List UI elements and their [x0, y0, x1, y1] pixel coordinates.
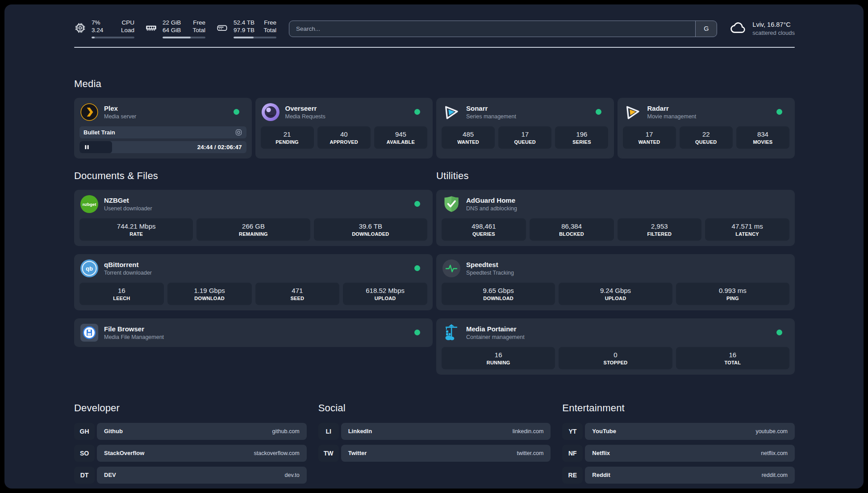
app-card-nzbget[interactable]: nzbgetNZBGetUsenet downloader744.21 Mbps… — [74, 190, 433, 246]
search-input[interactable] — [289, 21, 695, 37]
app-name: Overseerr — [285, 104, 326, 113]
bookmark-name: DEV — [104, 472, 116, 478]
playback-time: 24:44 / 02:06:47 — [197, 144, 246, 150]
bookmark-group-social: SocialLILinkedInlinkedin.comTWTwittertwi… — [318, 402, 551, 462]
stat-tile-value: 16 — [678, 351, 788, 359]
portainer-icon — [442, 324, 460, 342]
app-card-plex[interactable]: PlexMedia serverBullet Train24:44 / 02:0… — [74, 98, 252, 159]
app-card-header: qbqBittorrentTorrent downloader — [74, 254, 433, 283]
stat-tile-label: TOTAL — [678, 360, 788, 365]
stat-tile-value: 0 — [560, 351, 670, 359]
bookmark-link-reddit[interactable]: RERedditreddit.com — [562, 467, 795, 484]
stat-tile-label: PING — [678, 296, 788, 301]
app-card-qbittorrent[interactable]: qbqBittorrentTorrent downloader16LEECH1.… — [74, 254, 433, 310]
bookmark-name: Twitter — [348, 450, 367, 456]
cpu-icon — [74, 22, 86, 36]
app-stats-row: 498,461QUERIES86,384BLOCKED2,953FILTERED… — [436, 218, 795, 246]
system-stat-line: 3.24Load — [92, 26, 134, 34]
nzbget-icon: nzbget — [80, 195, 98, 213]
section-utilities: Utilities AdGuard HomeDNS and adblocking… — [436, 170, 795, 375]
stat-tile-ping: 0.993 msPING — [676, 283, 789, 305]
app-card-header: Media PortainerContainer management — [436, 318, 795, 347]
stat-label: Free — [264, 19, 276, 26]
bookmark-bar: Twittertwitter.com — [341, 445, 551, 462]
stat-tile-value: 744.21 Mbps — [81, 222, 191, 230]
bookmark-abbr-badge: GH — [74, 423, 95, 440]
app-card-portainer[interactable]: Media PortainerContainer management16RUN… — [436, 318, 795, 375]
stat-tile-label: DOWNLOAD — [443, 296, 553, 301]
bookmark-link-stackoverflow[interactable]: SOStackOverflowstackoverflow.com — [74, 445, 307, 462]
bookmark-group-entertainment: EntertainmentYTYouTubeyoutube.comNFNetfl… — [562, 402, 795, 484]
stat-value: 7% — [92, 19, 100, 26]
stat-progress-track — [163, 37, 205, 38]
svg-text:qb: qb — [86, 265, 93, 272]
header-divider — [74, 47, 795, 48]
bookmark-bar: StackOverflowstackoverflow.com — [97, 445, 307, 462]
system-stat-cpu: 7%CPU3.24Load — [74, 19, 134, 38]
stat-tile-label: QUEUED — [500, 139, 550, 145]
app-card-speedtest[interactable]: SpeedtestSpeedtest Tracking9.65 GbpsDOWN… — [436, 254, 795, 310]
status-dot-online — [776, 330, 782, 335]
bookmark-link-dev[interactable]: DTDEVdev.to — [74, 467, 307, 484]
stat-progress-track — [234, 37, 276, 38]
system-stats: 7%CPU3.24Load22 GiBFree64 GiBTotal52.4 T… — [74, 19, 276, 38]
stat-tile-label: LATENCY — [707, 231, 788, 237]
bookmark-name: StackOverflow — [104, 450, 144, 456]
bookmark-link-github[interactable]: GHGithubgithub.com — [74, 423, 307, 440]
bookmark-bar: DEVdev.to — [97, 467, 307, 484]
bookmark-abbr-badge: SO — [74, 445, 95, 462]
status-dot-online — [596, 109, 601, 115]
app-card-filebrowser[interactable]: File BrowserMedia File Management — [74, 318, 433, 347]
disk-icon — [216, 22, 228, 36]
app-card-titles: OverseerrMedia Requests — [285, 104, 326, 120]
app-subtitle: Speedtest Tracking — [466, 269, 514, 276]
bookmarks-area: DeveloperGHGithubgithub.comSOStackOverfl… — [74, 402, 795, 484]
stat-tile-value: 9.24 Gbps — [560, 286, 670, 295]
pause-button[interactable] — [84, 145, 89, 150]
stat-label: Total — [192, 26, 205, 34]
plex-icon — [80, 103, 98, 121]
stat-tile-value: 266 GB — [198, 222, 308, 230]
bookmark-link-netflix[interactable]: NFNetflixnetflix.com — [562, 445, 795, 462]
bookmark-bar: Githubgithub.com — [97, 423, 307, 440]
app-subtitle: DNS and adblocking — [466, 205, 517, 212]
stat-tile-label: APPROVED — [319, 139, 369, 145]
app-card-radarr[interactable]: RadarrMovie management17WANTED22QUEUED83… — [618, 98, 795, 159]
stat-tile-label: FILTERED — [619, 231, 700, 237]
app-card-sonarr[interactable]: SonarrSeries management485WANTED17QUEUED… — [436, 98, 614, 159]
app-card-adguard[interactable]: AdGuard HomeDNS and adblocking498,461QUE… — [436, 190, 795, 246]
system-stat-body: 52.4 TBFree97.9 TBTotal — [234, 19, 276, 38]
status-dot-online — [776, 109, 782, 115]
stat-value: 3.24 — [92, 26, 103, 34]
status-dot-online — [414, 330, 420, 335]
bookmark-link-youtube[interactable]: YTYouTubeyoutube.com — [562, 423, 795, 440]
section-media: Media PlexMedia serverBullet Train24:44 … — [74, 78, 795, 159]
app-name: Speedtest — [466, 260, 514, 269]
stat-tile-label: SEED — [257, 296, 338, 301]
app-subtitle: Media File Management — [104, 334, 164, 341]
app-card-overseerr[interactable]: OverseerrMedia Requests21PENDING40APPROV… — [255, 98, 433, 159]
stat-value: 64 GiB — [163, 26, 181, 34]
stat-tile-stopped: 0STOPPED — [559, 347, 672, 369]
stat-tile-label: REMAINING — [198, 231, 308, 237]
bookmark-link-twitter[interactable]: TWTwittertwitter.com — [318, 445, 551, 462]
stat-tile-remaining: 266 GBREMAINING — [196, 218, 310, 241]
stat-label: Load — [121, 26, 134, 34]
bookmark-url: netflix.com — [761, 450, 788, 456]
bookmark-link-linkedin[interactable]: LILinkedInlinkedin.com — [318, 423, 551, 440]
stat-tile-value: 21 — [263, 130, 312, 138]
svg-text:nzbget: nzbget — [83, 201, 96, 206]
status-dot-online — [414, 265, 420, 271]
now-playing-row: Bullet Train — [79, 126, 246, 138]
stat-tile-label: BLOCKED — [531, 231, 612, 237]
system-stat-line: 52.4 TBFree — [234, 19, 276, 26]
app-card-header: nzbgetNZBGetUsenet downloader — [74, 190, 433, 218]
system-stat-body: 7%CPU3.24Load — [92, 19, 134, 38]
weather-location-temp: Lviv, 16.87°C — [752, 21, 795, 29]
app-card-titles: RadarrMovie management — [647, 104, 697, 120]
bookmark-bar: Netflixnetflix.com — [585, 445, 795, 462]
section-title-documents: Documents & Files — [74, 170, 433, 182]
stat-tile-value: 17 — [500, 130, 550, 138]
search-engine-button[interactable]: G — [695, 21, 717, 37]
stat-tile-queued: 17QUEUED — [498, 126, 551, 149]
